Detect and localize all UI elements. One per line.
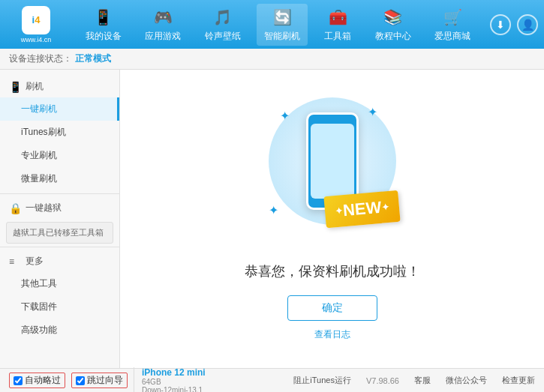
download-firmware-label: 下载固件 — [21, 301, 57, 312]
status-bar: 设备连接状态： 正常模式 — [0, 49, 544, 70]
jailbreak-section-icon: 🔒 — [9, 202, 21, 214]
sidebar-jailbreak-section: 🔒 一键越狱 — [0, 197, 119, 219]
itunes-flash-label: iTunes刷机 — [21, 127, 66, 137]
skip-wizard-checkbox-label[interactable]: 跳过向导 — [71, 373, 128, 388]
nav-ringtones-label: 铃声壁纸 — [205, 30, 241, 43]
one-click-flash-label: 一键刷机 — [21, 103, 57, 114]
tutorial-icon: 📚 — [383, 7, 404, 28]
itunes-status: 阻止iTunes运行 — [293, 375, 351, 386]
main-layout: 📱 刷机 一键刷机 iTunes刷机 专业刷机 微量刷机 🔒 一键越狱 — [0, 70, 544, 368]
customer-service-link[interactable]: 客服 — [414, 375, 431, 386]
logo-icon: i4 — [22, 6, 50, 34]
nav-smart-flash-label: 智能刷机 — [264, 30, 300, 43]
sparkle-2: ✦ — [368, 105, 377, 119]
nav-smart-flash[interactable]: 🔄 智能刷机 — [257, 4, 308, 46]
nav-tutorial-label: 教程中心 — [375, 30, 411, 43]
user-button[interactable]: 👤 — [517, 14, 538, 35]
jailbreak-notice: 越狱工具已转移至工具箱 — [6, 222, 113, 244]
topbar: i4 www.i4.cn 📱 我的设备 🎮 应用游戏 🎵 铃声壁纸 🔄 智能刷机 — [0, 0, 544, 49]
bottom-left: 自动略过 跳过向导 iPhone 12 mini 64GB Down-12min… — [9, 367, 293, 393]
sparkle-3: ✦ — [269, 203, 278, 217]
sidebar-jailbreak-title: 一键越狱 — [26, 202, 62, 214]
auto-skip-label: 自动略过 — [25, 374, 61, 387]
device-info: iPhone 12 mini 64GB Down-12mini-13,1 — [134, 367, 206, 393]
more-section-icon: ≡ — [9, 256, 21, 267]
nav-apps-games[interactable]: 🎮 应用游戏 — [137, 4, 188, 46]
device-storage: 64GB — [142, 378, 206, 386]
nav-apps-games-label: 应用游戏 — [145, 30, 181, 43]
sidebar: 📱 刷机 一键刷机 iTunes刷机 专业刷机 微量刷机 🔒 一键越狱 — [0, 70, 120, 368]
jailbreak-notice-text: 越狱工具已转移至工具箱 — [13, 228, 104, 237]
nav-shopping-label: 爱思商城 — [434, 30, 470, 43]
pro-flash-label: 专业刷机 — [21, 150, 57, 160]
auto-skip-checkbox[interactable] — [14, 376, 23, 385]
shopping-icon: 🛒 — [442, 7, 463, 28]
skip-wizard-label: 跳过向导 — [87, 374, 123, 387]
sparkle-1: ✦ — [280, 109, 290, 123]
wechat-official-link[interactable]: 微信公众号 — [446, 375, 487, 386]
sidebar-item-other-tools[interactable]: 其他工具 — [0, 272, 119, 295]
nav-actions: ⬇ 👤 — [490, 14, 538, 35]
sidebar-item-itunes-flash[interactable]: iTunes刷机 — [0, 121, 119, 144]
nav-toolbox[interactable]: 🧰 工具箱 — [317, 4, 359, 46]
device-firmware: Down-12mini-13,1 — [142, 386, 206, 393]
confirm-button[interactable]: 确定 — [287, 295, 377, 321]
smart-flash-icon: 🔄 — [272, 7, 293, 28]
sidebar-flash-section: 📱 刷机 — [0, 76, 119, 97]
sidebar-divider-2 — [0, 247, 119, 247]
sidebar-flash-title: 刷机 — [26, 80, 44, 93]
sidebar-item-pro-flash[interactable]: 专业刷机 — [0, 144, 119, 167]
sidebar-more-title: 更多 — [26, 255, 44, 268]
nav-toolbox-label: 工具箱 — [324, 30, 351, 43]
toolbox-icon: 🧰 — [327, 7, 348, 28]
logo-subtitle: www.i4.cn — [21, 36, 52, 43]
auto-skip-checkbox-label[interactable]: 自动略过 — [9, 373, 65, 388]
nav-ringtones[interactable]: 🎵 铃声壁纸 — [197, 4, 248, 46]
sidebar-divider-1 — [0, 193, 119, 194]
bottom-right: 阻止iTunes运行 V7.98.66 客服 微信公众号 检查更新 — [293, 375, 535, 386]
itunes-status-text: 阻止iTunes运行 — [293, 375, 351, 386]
bottom-bar: 自动略过 跳过向导 iPhone 12 mini 64GB Down-12min… — [0, 368, 544, 392]
apps-games-icon: 🎮 — [152, 7, 173, 28]
phone-screen — [311, 124, 354, 199]
status-label: 设备连接状态： — [9, 52, 72, 65]
sidebar-item-download-firmware[interactable]: 下载固件 — [0, 295, 119, 319]
download-button[interactable]: ⬇ — [490, 14, 511, 35]
app-logo: i4 www.i4.cn — [6, 6, 66, 43]
sidebar-item-one-click-flash[interactable]: 一键刷机 — [0, 97, 119, 121]
nav-tutorial[interactable]: 📚 教程中心 — [368, 4, 419, 46]
nav-my-device[interactable]: 📱 我的设备 — [78, 4, 129, 46]
view-log-link[interactable]: 查看日志 — [314, 328, 350, 341]
sidebar-more-section: ≡ 更多 — [0, 250, 119, 272]
other-tools-label: 其他工具 — [21, 278, 57, 289]
skip-wizard-checkbox[interactable] — [76, 376, 85, 385]
sidebar-item-advanced[interactable]: 高级功能 — [0, 319, 119, 342]
success-message: 恭喜您，保资料刷机成功啦！ — [245, 262, 420, 280]
ringtones-icon: 🎵 — [212, 7, 233, 28]
nav-items: 📱 我的设备 🎮 应用游戏 🎵 铃声壁纸 🔄 智能刷机 🧰 工具箱 📚 — [66, 4, 490, 46]
new-badge: NEW — [324, 190, 401, 227]
sidebar-item-micro-flash[interactable]: 微量刷机 — [0, 167, 119, 190]
device-name: iPhone 12 mini — [142, 367, 206, 378]
main-content: ✦ ✦ ✦ NEW 恭喜您，保资料刷机成功啦！ 确定 查看日志 — [120, 70, 544, 368]
check-update-link[interactable]: 检查更新 — [502, 375, 535, 386]
status-value: 正常模式 — [75, 52, 111, 65]
micro-flash-label: 微量刷机 — [21, 173, 57, 184]
advanced-label: 高级功能 — [21, 325, 57, 335]
my-device-icon: 📱 — [93, 7, 114, 28]
version-label: V7.98.66 — [366, 376, 399, 385]
phone-illustration: ✦ ✦ ✦ NEW — [257, 97, 407, 247]
nav-shopping[interactable]: 🛒 爱思商城 — [427, 4, 478, 46]
nav-my-device-label: 我的设备 — [86, 30, 122, 43]
flash-section-icon: 📱 — [9, 81, 21, 93]
